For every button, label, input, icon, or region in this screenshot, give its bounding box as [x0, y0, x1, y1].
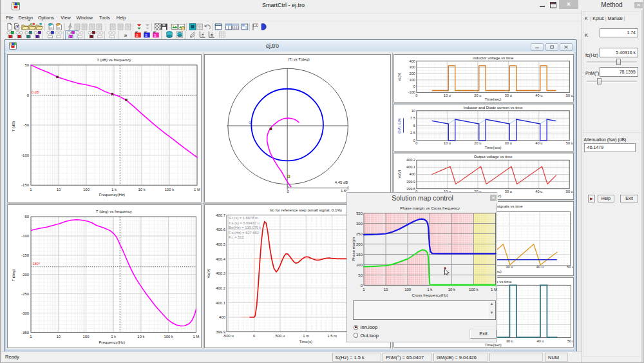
svg-text:Time(s): Time(s) [299, 339, 313, 344]
svg-text:Output voltage vs time: Output voltage vs time [474, 155, 513, 159]
svg-text:Vo(V): Vo(V) [207, 269, 211, 279]
svg-text:Phase margin: Phase margin [352, 237, 355, 261]
svg-text:100 k: 100 k [164, 335, 173, 338]
svg-text:100: 100 [83, 335, 90, 338]
svg-text:100: 100 [410, 78, 415, 82]
svg-text:150: 150 [356, 253, 363, 257]
svg-text:vo(V): vo(V) [397, 170, 401, 179]
svg-text:30 u: 30 u [505, 190, 512, 193]
svg-text:399.8: 399.8 [406, 187, 415, 191]
svg-text:400.6: 400.6 [216, 228, 226, 231]
svg-text:-300: -300 [21, 311, 30, 315]
svg-text:2.5: 2.5 [410, 131, 415, 135]
svg-text:5: 5 [413, 124, 415, 128]
svg-text:Frequency(Hz): Frequency(Hz) [99, 192, 126, 197]
svg-text:Cross frequency(Hz): Cross frequency(Hz) [412, 293, 448, 297]
svg-text:10 k: 10 k [137, 335, 144, 338]
svg-text:100 k: 100 k [165, 188, 175, 191]
svg-text:Vo for reference step (small s: Vo for reference step (small signal, 0.1… [270, 208, 342, 212]
svg-text:R: R [211, 34, 213, 37]
svg-text:10 u: 10 u [444, 93, 451, 97]
svg-text:1: 1 [30, 188, 32, 191]
svg-text:S.t.(s) = 1.8878 m: S.t.(s) = 1.8878 m [229, 216, 258, 220]
svg-text:400.1: 400.1 [216, 301, 226, 305]
svg-text:vL(V): vL(V) [397, 72, 401, 81]
svg-text:50: 50 [358, 273, 363, 277]
svg-text:200: 200 [356, 242, 363, 246]
svg-text:0: 0 [253, 334, 256, 338]
svg-text:400.5: 400.5 [216, 242, 226, 246]
svg-text:50: 50 [24, 63, 29, 67]
svg-text:4.45 dB: 4.45 dB [335, 181, 348, 184]
svg-text:40 u: 40 u [535, 93, 542, 97]
svg-text:T (deg) vs frequency: T (deg) vs frequency [96, 209, 133, 213]
svg-text:-200: -200 [21, 273, 30, 277]
svg-text:-150: -150 [21, 253, 30, 257]
svg-text:10: 10 [384, 288, 388, 291]
svg-text:10: 10 [56, 335, 61, 338]
svg-text:400.2: 400.2 [406, 158, 415, 162]
svg-text:400.2: 400.2 [216, 286, 225, 290]
svg-text:Phase margin vs Cross frequenc: Phase margin vs Cross frequency [400, 206, 460, 210]
svg-text:20 u: 20 u [474, 93, 481, 97]
svg-text:Inductor voltage vs time: Inductor voltage vs time [473, 56, 514, 60]
svg-text:1 k: 1 k [427, 288, 433, 291]
svg-text:T.s.(s) = 3.69432 u: T.s.(s) = 3.69432 u [229, 221, 260, 225]
svg-text:Time(sec): Time(sec) [485, 343, 502, 347]
svg-text:50 u: 50 u [566, 141, 573, 145]
svg-text:-50: -50 [23, 215, 29, 219]
svg-text:1: 1 [30, 335, 32, 338]
svg-text:20 u: 20 u [474, 141, 481, 145]
svg-text:300: 300 [356, 222, 363, 226]
svg-text:10 u: 10 u [444, 141, 451, 145]
svg-text:7.5: 7.5 [410, 116, 415, 120]
svg-text:T: T [202, 34, 204, 37]
svg-text:Time(sec): Time(sec) [485, 97, 502, 101]
svg-text:50 u: 50 u [566, 93, 573, 97]
svg-text:10: 10 [57, 188, 61, 191]
svg-text:500 u: 500 u [276, 334, 285, 338]
svg-text:40 u: 40 u [535, 141, 542, 145]
svg-text:400: 400 [219, 315, 226, 319]
svg-text:1: 1 [363, 288, 365, 291]
svg-text:Inductor and Diode current vs: Inductor and Diode current vs time [464, 106, 524, 110]
svg-text:400.1: 400.1 [406, 165, 415, 169]
svg-text:400.3: 400.3 [216, 271, 226, 275]
svg-text:10 k: 10 k [138, 188, 145, 191]
svg-text:400: 400 [410, 59, 415, 63]
svg-text:0 dB: 0 dB [32, 90, 39, 94]
svg-text:0: 0 [27, 93, 30, 97]
svg-text:iD(A), iL(A): iD(A), iL(A) [398, 118, 401, 133]
svg-text:S: S [144, 34, 147, 37]
svg-text:F.s.(Hz) = 527.652: F.s.(Hz) = 527.652 [229, 231, 259, 235]
svg-text:100 k: 100 k [469, 288, 479, 291]
svg-text:40 u: 40 u [535, 190, 542, 193]
svg-text:-150: -150 [21, 183, 30, 187]
svg-text:40 u: 40 u [536, 265, 544, 269]
svg-text:400.7: 400.7 [216, 213, 225, 217]
svg-text:Frequency(Hz): Frequency(Hz) [99, 340, 126, 344]
svg-text:-250: -250 [21, 292, 30, 296]
svg-text:200: 200 [410, 72, 415, 75]
svg-text:0: 0 [413, 84, 415, 88]
svg-text:30 u: 30 u [505, 141, 512, 145]
svg-text:-500 u: -500 u [223, 334, 234, 338]
svg-text:50 u: 50 u [567, 339, 574, 343]
svg-text:-50: -50 [23, 123, 29, 127]
svg-text:Time(sec): Time(sec) [485, 146, 502, 150]
svg-text:0: 0 [415, 141, 417, 145]
svg-text:T (dB) vs frequency: T (dB) vs frequency [97, 57, 131, 62]
svg-text:30 u: 30 u [505, 93, 512, 97]
svg-text:100: 100 [356, 263, 363, 267]
svg-text:10 k: 10 k [448, 288, 456, 291]
svg-text:-1: -1 [248, 121, 251, 124]
svg-text:300: 300 [410, 65, 415, 69]
svg-text:1.5 m: 1.5 m [327, 334, 337, 338]
svg-text:-100: -100 [408, 90, 415, 94]
svg-text:-100: -100 [21, 234, 30, 238]
svg-text:1 M: 1 M [491, 288, 497, 291]
svg-text:10: 10 [412, 109, 415, 113]
svg-text:T (dB): T (dB) [12, 121, 15, 132]
svg-text:1 k: 1 k [111, 188, 117, 191]
svg-text:0: 0 [287, 190, 289, 193]
